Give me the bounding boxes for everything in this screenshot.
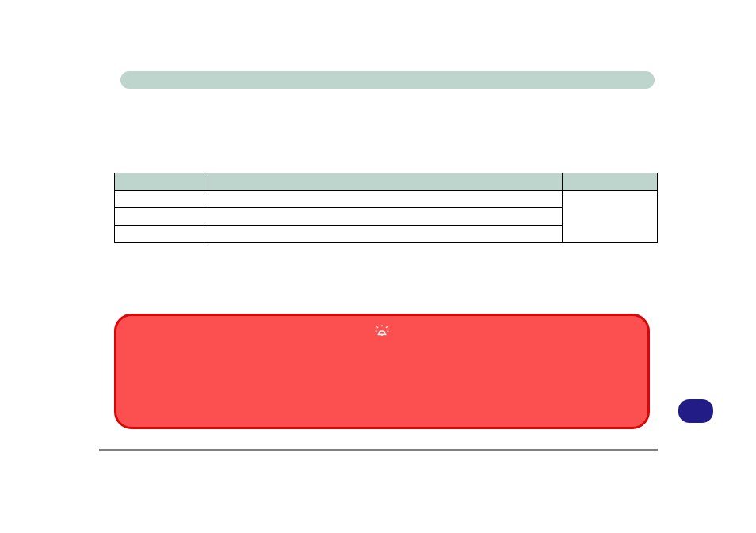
alarm-bell-icon — [374, 324, 390, 340]
table-header-3 — [563, 173, 658, 191]
svg-line-2 — [386, 326, 388, 328]
divider-line — [99, 449, 658, 451]
table-cell — [208, 226, 562, 243]
table-row — [115, 191, 658, 208]
svg-line-1 — [376, 326, 378, 328]
header-pill — [120, 71, 655, 89]
alert-box — [114, 314, 650, 429]
table-cell — [115, 208, 208, 226]
table-header-row — [115, 173, 658, 191]
table-header-1 — [115, 173, 208, 191]
table-header-2 — [208, 173, 562, 191]
table-cell — [208, 208, 562, 226]
table-cell-merged — [563, 191, 658, 243]
table-cell — [208, 191, 562, 208]
table-cell — [115, 191, 208, 208]
table-cell — [115, 226, 208, 243]
data-table — [114, 173, 658, 243]
side-button[interactable] — [678, 399, 713, 423]
